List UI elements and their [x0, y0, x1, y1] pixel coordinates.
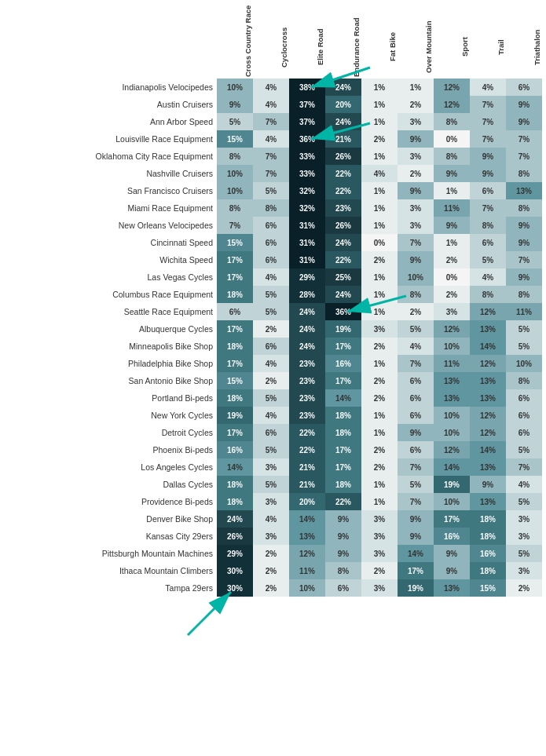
heatmap-cell: 20%	[289, 493, 325, 510]
heatmap-cell: 8%	[470, 286, 506, 303]
heatmap-cell: 8%	[506, 199, 542, 217]
row-label: Oklahoma City Race Equipment	[7, 148, 217, 165]
heatmap-cell: 23%	[289, 389, 325, 407]
heatmap-cell: 0%	[434, 130, 470, 148]
heatmap-cell: 12%	[434, 96, 470, 113]
heatmap-cell: 7%	[253, 165, 289, 182]
heatmap-cell: 17%	[217, 251, 253, 268]
heatmap-cell: 4%	[361, 165, 398, 182]
heatmap-cell: 5%	[506, 493, 542, 510]
row-label: Ithaca Mountain Climbers	[7, 562, 217, 579]
row-label: Columbus Race Equipment	[7, 286, 217, 303]
col-header-triathalon: Triathalon	[506, 16, 542, 79]
heatmap-cell: 9%	[325, 510, 361, 528]
heatmap-cell: 31%	[289, 251, 325, 268]
heatmap-cell: 4%	[506, 476, 542, 493]
heatmap-cell: 2%	[253, 320, 289, 338]
row-label: Nashville Cruisers	[7, 165, 217, 182]
heatmap-cell: 3%	[398, 199, 434, 217]
heatmap-cell: 8%	[506, 286, 542, 303]
row-label: Dallas Cycles	[7, 476, 217, 493]
heatmap-cell: 6%	[253, 251, 289, 268]
heatmap-cell: 1%	[361, 286, 398, 303]
table-row: Denver Bike Shop24%4%14%9%3%9%17%18%3%	[7, 510, 542, 528]
row-label: Miami Race Equipment	[7, 199, 217, 217]
heatmap-cell: 12%	[434, 79, 470, 96]
heatmap-cell: 29%	[289, 268, 325, 286]
heatmap-cell: 15%	[217, 234, 253, 251]
heatmap-cell: 5%	[217, 113, 253, 130]
heatmap-cell: 22%	[289, 424, 325, 441]
heatmap-cell: 21%	[325, 130, 361, 148]
heatmap-cell: 19%	[434, 476, 470, 493]
x-axis-label	[7, 597, 542, 604]
table-row: New Orleans Velocipedes7%6%31%26%1%3%9%8…	[7, 217, 542, 234]
heatmap-cell: 38%	[289, 79, 325, 96]
table-row: Oklahoma City Race Equipment8%7%33%26%1%…	[7, 148, 542, 165]
heatmap-cell: 6%	[253, 217, 289, 234]
heatmap-cell: 9%	[398, 510, 434, 528]
heatmap-cell: 18%	[325, 407, 361, 424]
heatmap-cell: 6%	[398, 389, 434, 407]
heatmap-cell: 28%	[289, 286, 325, 303]
heatmap-cell: 10%	[506, 355, 542, 372]
row-label: Minneapolis Bike Shop	[7, 338, 217, 355]
heatmap-cell: 1%	[361, 217, 398, 234]
heatmap-cell: 7%	[398, 458, 434, 476]
heatmap-cell: 6%	[506, 389, 542, 407]
heatmap-cell: 4%	[253, 510, 289, 528]
heatmap-cell: 14%	[289, 510, 325, 528]
heatmap-cell: 9%	[434, 545, 470, 562]
heatmap-cell: 7%	[506, 458, 542, 476]
heatmap-cell: 1%	[398, 79, 434, 96]
table-row: Las Vegas Cycles17%4%29%25%1%10%0%4%9%	[7, 268, 542, 286]
row-label: San Antonio Bike Shop	[7, 372, 217, 389]
heatmap-cell: 1%	[361, 303, 398, 320]
heatmap-cell: 26%	[217, 528, 253, 545]
heatmap-cell: 6%	[398, 372, 434, 389]
heatmap-cell: 12%	[470, 303, 506, 320]
heatmap-cell: 22%	[289, 441, 325, 458]
heatmap-cell: 11%	[434, 199, 470, 217]
heatmap-cell: 15%	[470, 579, 506, 597]
heatmap-cell: 7%	[506, 130, 542, 148]
page-container: Cross Country RaceCyclocrossElite RoadEn…	[0, 0, 546, 620]
heatmap-cell: 2%	[361, 130, 398, 148]
row-label: Philadelphia Bike Shop	[7, 355, 217, 372]
heatmap-cell: 8%	[434, 148, 470, 165]
row-label: Wichita Speed	[7, 251, 217, 268]
row-label: San Francisco Cruisers	[7, 182, 217, 199]
heatmap-cell: 4%	[470, 79, 506, 96]
heatmap-cell: 24%	[289, 338, 325, 355]
heatmap-cell: 10%	[434, 424, 470, 441]
row-label: New York Cycles	[7, 407, 217, 424]
heatmap-cell: 1%	[361, 268, 398, 286]
heatmap-cell: 23%	[325, 199, 361, 217]
heatmap-cell: 1%	[361, 424, 398, 441]
heatmap-cell: 4%	[253, 268, 289, 286]
heatmap-cell: 4%	[470, 268, 506, 286]
heatmap-cell: 1%	[361, 113, 398, 130]
heatmap-cell: 2%	[361, 251, 398, 268]
heatmap-cell: 9%	[434, 562, 470, 579]
heatmap-cell: 13%	[506, 182, 542, 199]
heatmap-cell: 13%	[470, 458, 506, 476]
heatmap-cell: 30%	[217, 579, 253, 597]
heatmap-cell: 29%	[217, 545, 253, 562]
table-row: Nashville Cruisers10%7%33%22%4%2%9%9%8%	[7, 165, 542, 182]
heatmap-cell: 7%	[506, 148, 542, 165]
row-label: Portland Bi-peds	[7, 389, 217, 407]
heatmap-cell: 23%	[289, 372, 325, 389]
heatmap-cell: 7%	[470, 130, 506, 148]
heatmap-cell: 31%	[289, 234, 325, 251]
heatmap-cell: 24%	[289, 320, 325, 338]
heatmap-cell: 22%	[325, 251, 361, 268]
heatmap-table: Cross Country RaceCyclocrossElite RoadEn…	[7, 16, 542, 597]
row-label: Phoenix Bi-peds	[7, 441, 217, 458]
heatmap-cell: 13%	[434, 372, 470, 389]
table-row: Ann Arbor Speed5%7%37%24%1%3%8%7%9%	[7, 113, 542, 130]
heatmap-cell: 22%	[325, 182, 361, 199]
heatmap-cell: 9%	[398, 130, 434, 148]
table-row: Louisville Race Equipment15%4%36%21%2%9%…	[7, 130, 542, 148]
heatmap-cell: 4%	[253, 79, 289, 96]
